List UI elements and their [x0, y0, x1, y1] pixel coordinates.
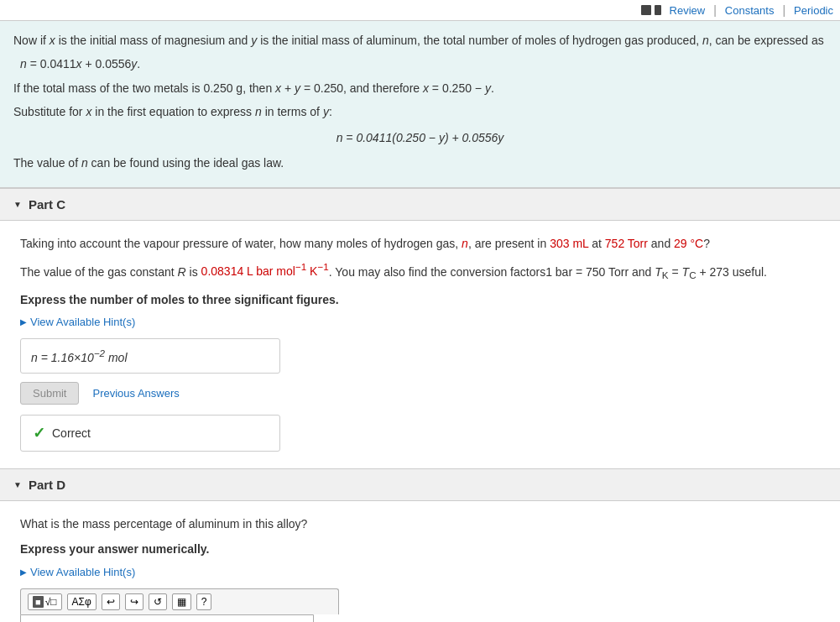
top-bar: Review | Constants | Periodic: [0, 0, 840, 21]
redo-icon: ↪: [130, 596, 138, 608]
info-eq1: n = 0.0411x + 0.0556y.: [13, 55, 827, 73]
part-c-answer-n: n: [31, 351, 38, 364]
part-d-arrow: ▼: [13, 480, 22, 489]
sqrt-label: √□: [45, 596, 57, 608]
part-c-arrow: ▼: [13, 200, 22, 209]
part-c-instruction: Express the number of moles to three sig…: [20, 290, 820, 309]
part-c-label: Part C: [29, 197, 65, 212]
separator2: |: [782, 3, 785, 17]
part-d-help-button[interactable]: ?: [196, 593, 212, 610]
info-line3: Substitute for x in the first equation t…: [13, 102, 827, 121]
part-c-gas-const: The value of the gas constant R is 0.083…: [20, 260, 820, 284]
review-icon2: [655, 5, 661, 15]
info-line2: If the total mass of the two metals is 0…: [13, 79, 827, 97]
review-icon-box: [641, 5, 661, 15]
part-d-sqrt-button[interactable]: ■ √□: [28, 593, 62, 610]
part-d-hint-arrow: ▶: [20, 567, 27, 577]
help-icon: ?: [201, 596, 207, 608]
info-box: Now if x is the initial mass of magnesiu…: [0, 21, 840, 188]
part-d-undo-button[interactable]: ↩: [102, 593, 120, 610]
sigma-label: ΑΣφ: [72, 596, 91, 608]
constants-link[interactable]: Constants: [725, 4, 775, 17]
undo-icon: ↩: [107, 596, 115, 608]
part-d-input[interactable]: [20, 614, 314, 622]
part-d-content: What is the mass percentage of aluminum …: [0, 501, 840, 622]
part-d-hint-link[interactable]: ▶ View Available Hint(s): [20, 566, 820, 578]
part-d-input-row: %: [20, 614, 820, 622]
part-c-submit-row: Submit Previous Answers: [20, 382, 820, 405]
part-c-question: Taking into account the vapour pressure …: [20, 234, 820, 253]
part-d-instruction: Express your answer numerically.: [20, 540, 820, 558]
info-var-x: x: [50, 34, 55, 47]
info-var-y: y: [251, 34, 257, 47]
part-c-header[interactable]: ▼ Part C: [0, 188, 840, 221]
part-d-header[interactable]: ▼ Part D: [0, 468, 840, 501]
part-d-math-toolbar: ■ √□ ΑΣφ ↩ ↪ ↺ ▦ ?: [20, 588, 339, 614]
part-c-prev-answers-link[interactable]: Previous Answers: [92, 387, 179, 400]
correct-label: Correct: [52, 426, 91, 440]
part-d-question: What is the mass percentage of aluminum …: [20, 515, 820, 533]
part-d-hint-label: View Available Hint(s): [30, 566, 135, 578]
part-c-content: Taking into account the vapour pressure …: [0, 221, 840, 465]
separator1: |: [713, 3, 717, 17]
correct-checkmark-icon: ✓: [33, 424, 45, 442]
part-d-redo-button[interactable]: ↪: [125, 593, 143, 610]
part-d-keyboard-button[interactable]: ▦: [172, 593, 191, 610]
part-d-reset-button[interactable]: ↺: [149, 593, 167, 610]
part-c-hint-label: View Available Hint(s): [30, 316, 135, 328]
part-c-hint-link[interactable]: ▶ View Available Hint(s): [20, 316, 820, 328]
info-line1: Now if x is the initial mass of magnesiu…: [13, 31, 827, 50]
review-icon: [641, 5, 651, 15]
part-d-label: Part D: [29, 478, 65, 492]
review-link[interactable]: Review: [670, 4, 706, 17]
sqrt-icon: ■: [33, 596, 44, 608]
part-c-submit-button[interactable]: Submit: [20, 382, 79, 405]
part-c-answer-box: n = 1.16×10−2 mol: [20, 338, 280, 374]
keyboard-icon: ▦: [177, 596, 186, 608]
info-var-n: n: [702, 34, 709, 47]
info-line4: The value of n can be found using the id…: [13, 154, 827, 172]
periodic-link[interactable]: Periodic: [794, 4, 833, 17]
reset-icon: ↺: [154, 596, 162, 608]
part-c-correct-box: ✓ Correct: [20, 415, 280, 452]
part-c-hint-arrow: ▶: [20, 317, 27, 327]
info-eq2: n = 0.0411(0.250 − y) + 0.0556y: [13, 128, 827, 147]
part-d-sigma-button[interactable]: ΑΣφ: [67, 593, 97, 610]
